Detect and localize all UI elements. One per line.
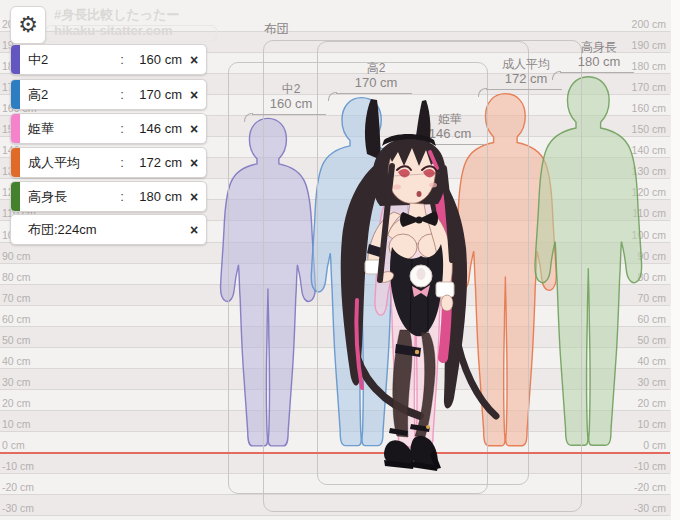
ruler-label-left: 90 cm bbox=[2, 250, 31, 262]
item-color-bar bbox=[11, 182, 20, 211]
ruler-label-right: -20 cm bbox=[634, 481, 666, 493]
height-comparison-app: 200 cm200 cm190 cm190 cm180 cm180 cm170 … bbox=[0, 0, 680, 520]
watermark-url: hikaku-sitatter.com bbox=[54, 23, 179, 39]
item-separator: : bbox=[116, 189, 128, 204]
character-part bbox=[415, 350, 419, 354]
ruler-label-right: -10 cm bbox=[634, 460, 666, 472]
character-image[interactable] bbox=[325, 90, 505, 480]
figure-label-name: 成人平均 bbox=[494, 58, 558, 72]
remove-item-button[interactable]: × bbox=[182, 52, 206, 68]
item-color-bar bbox=[11, 148, 20, 177]
ruler-label-right: 190 cm bbox=[632, 39, 666, 51]
ruler-label-left: -30 cm bbox=[2, 502, 34, 514]
ruler-gridline bbox=[0, 515, 670, 516]
character-part bbox=[393, 185, 401, 190]
remove-item-button[interactable]: × bbox=[182, 189, 206, 205]
item-height-value: 170 cm bbox=[128, 87, 182, 102]
ruler-label-left: 50 cm bbox=[2, 334, 31, 346]
ruler-label-left: 80 cm bbox=[2, 271, 31, 283]
ruler-label-left: 60 cm bbox=[2, 313, 31, 325]
item-name: 高2 bbox=[20, 86, 116, 104]
futon-object-label: 布団 bbox=[264, 21, 289, 38]
character-part bbox=[417, 268, 426, 280]
figure-label-height: 160 cm bbox=[260, 97, 322, 112]
wrist-cuff-right bbox=[436, 282, 454, 297]
ruler-label-left: 30 cm bbox=[2, 376, 31, 388]
item-name: 高身長 bbox=[20, 188, 116, 206]
watermark-title: #身長比較したったー bbox=[54, 7, 179, 23]
item-name: 中2 bbox=[20, 51, 116, 69]
figure-label-成人平均: 成人平均172 cm bbox=[486, 58, 562, 90]
list-item-成人平均[interactable]: 成人平均:172 cm× bbox=[10, 147, 207, 178]
ruler-label-left: -10 cm bbox=[2, 460, 34, 472]
item-height-value: 160 cm bbox=[128, 52, 182, 67]
character-part bbox=[417, 191, 422, 197]
item-height-value: 172 cm bbox=[128, 155, 182, 170]
figure-label-height: 172 cm bbox=[494, 72, 558, 87]
item-separator: : bbox=[116, 155, 128, 170]
figure-label-中2: 中2160 cm bbox=[252, 83, 326, 115]
list-item-高身長[interactable]: 高身長:180 cm× bbox=[10, 181, 207, 212]
figure-label-name: 中2 bbox=[260, 83, 322, 97]
item-color-bar bbox=[11, 114, 20, 143]
ruler-label-left: 20 cm bbox=[2, 397, 31, 409]
ruler-label-right: -30 cm bbox=[634, 502, 666, 514]
list-item-高2[interactable]: 高2:170 cm× bbox=[10, 79, 207, 110]
item-color-bar bbox=[11, 80, 20, 109]
remove-item-button[interactable]: × bbox=[182, 87, 206, 103]
figure-label-name: 高2 bbox=[344, 62, 408, 76]
item-separator: : bbox=[116, 121, 128, 136]
character-part bbox=[426, 425, 430, 429]
remove-item-button[interactable]: × bbox=[182, 222, 206, 238]
settings-button[interactable]: ⚙ bbox=[10, 6, 46, 44]
figure-label-height: 180 cm bbox=[568, 55, 630, 70]
list-item-中2[interactable]: 中2:160 cm× bbox=[10, 44, 207, 75]
ruler-label-right: 180 cm bbox=[632, 60, 666, 72]
item-separator: : bbox=[116, 87, 128, 102]
figure-label-name: 高身長 bbox=[568, 41, 630, 55]
figure-label-高身長: 高身長180 cm bbox=[560, 41, 634, 73]
ruler-label-left: 10 cm bbox=[2, 418, 31, 430]
item-separator: : bbox=[116, 52, 128, 67]
ruler-label-left: 0 cm bbox=[2, 439, 25, 451]
ruler-label-left: -20 cm bbox=[2, 481, 34, 493]
hair-wisp bbox=[455, 330, 496, 416]
item-height-value: 180 cm bbox=[128, 189, 182, 204]
character-part bbox=[416, 217, 423, 224]
ruler-label-left: 70 cm bbox=[2, 292, 31, 304]
right-gutter bbox=[671, 0, 680, 520]
bunny-ear-left-icon bbox=[365, 99, 381, 160]
item-name: 成人平均 bbox=[20, 154, 116, 172]
remove-item-button[interactable]: × bbox=[182, 121, 206, 137]
ruler-label-left: 40 cm bbox=[2, 355, 31, 367]
item-color-bar bbox=[11, 45, 20, 74]
item-height-value: 146 cm bbox=[128, 121, 182, 136]
character-part bbox=[441, 295, 453, 311]
character-part bbox=[429, 183, 437, 188]
site-watermark: #身長比較したったー hikaku-sitatter.com bbox=[54, 7, 179, 39]
remove-item-button[interactable]: × bbox=[182, 155, 206, 171]
item-color-bar-empty bbox=[11, 215, 20, 244]
list-item-姫華[interactable]: 姫華:146 cm× bbox=[10, 113, 207, 144]
ruler-label-right: 200 cm bbox=[632, 18, 666, 30]
figure-label-height: 170 cm bbox=[344, 76, 408, 91]
item-name: 布団:224cm bbox=[20, 221, 182, 239]
item-name: 姫華 bbox=[20, 120, 116, 138]
list-item-布団[interactable]: 布団:224cm× bbox=[10, 214, 207, 245]
gear-icon: ⚙ bbox=[18, 12, 38, 38]
